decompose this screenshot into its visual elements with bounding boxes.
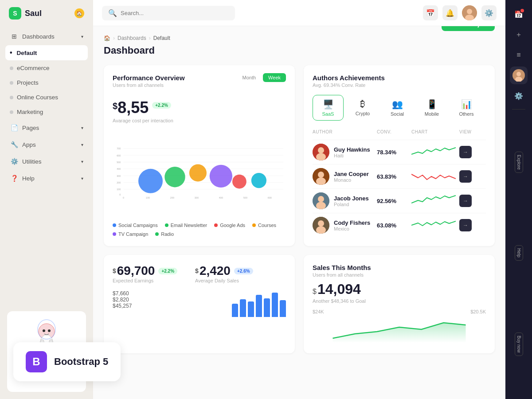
svg-point-39 — [318, 147, 324, 153]
mobile-icon: 📱 — [426, 99, 438, 110]
sidebar-item-help[interactable]: ❓ Help ▾ — [5, 170, 88, 186]
author-tab-saas[interactable]: 🖥️ SaaS — [313, 95, 344, 121]
earnings-badge: +2.2% — [158, 268, 177, 274]
sidebar-item-dashboards[interactable]: ⊞ Dashboards ▾ — [5, 28, 88, 44]
bootstrap-overlay: B Bootstrap 5 — [13, 342, 121, 381]
search-box[interactable]: 🔍 — [102, 6, 235, 20]
author-tab-social[interactable]: 👥 Social — [382, 95, 413, 121]
avatar-jane — [313, 168, 329, 185]
avatar-jacob — [313, 192, 329, 209]
sidebar-item-utilities[interactable]: ⚙️ Utilities ▾ — [5, 153, 88, 169]
app-name: Saul — [25, 9, 42, 18]
bottom-cards: $ 69,700 +2.2% Expected Earnings $ 2,420… — [104, 255, 495, 353]
sidebar-item-ecommerce[interactable]: eCommerce — [5, 61, 88, 75]
breadcrumb: 🏠 › Dashboards › Default — [104, 35, 170, 41]
author-tab-crypto[interactable]: ₿ Crypto — [347, 95, 378, 121]
performance-subtitle: Users from all channels — [113, 82, 185, 88]
apps-icon: 🔧 — [10, 140, 19, 149]
sidebar-logo: S Saul 🏠 — [0, 0, 93, 27]
social-icon: 👥 — [392, 99, 403, 110]
svg-text:0: 0 — [123, 196, 124, 199]
sidebar-nav: ⊞ Dashboards ▾ Default eCommerce Project… — [0, 27, 93, 189]
pages-label: Pages — [22, 125, 39, 131]
table-header: AUTHOR CONV. CHART VIEW — [313, 128, 486, 136]
view-btn-cody[interactable]: → — [459, 219, 472, 231]
utilities-icon: ⚙️ — [10, 157, 19, 166]
author-tab-mobile[interactable]: 📱 Mobile — [416, 95, 447, 121]
performance-badge: +2.2% — [152, 102, 171, 109]
sidebar-item-apps[interactable]: 🔧 Apps ▾ — [5, 137, 88, 153]
ecommerce-dot — [10, 66, 13, 70]
tab-week[interactable]: Week — [263, 73, 286, 82]
projects-label: Projects — [17, 79, 39, 86]
authors-title: Authors Achievements — [313, 74, 486, 82]
sidebar-item-projects[interactable]: Projects — [5, 76, 88, 90]
dashboards-icon: ⊞ — [10, 32, 19, 41]
author-tab-others[interactable]: 📊 Others — [451, 95, 482, 121]
utilities-chevron: ▾ — [81, 159, 83, 164]
topbar-settings-icon[interactable]: ⚙️ — [481, 5, 497, 20]
legend-courses: Courses — [252, 223, 276, 228]
authors-card: Authors Achievements Avg. 69.34% Conv. R… — [304, 65, 495, 246]
svg-point-3 — [48, 329, 51, 332]
legend-email: Email Newsletter — [165, 223, 207, 228]
saas-icon: 🖥️ — [323, 99, 334, 110]
performance-title: Performance Overview — [113, 74, 185, 82]
dashboards-label: Dashboards — [22, 33, 55, 40]
sales-value: 14,094 — [317, 281, 361, 297]
topbar-notification-icon[interactable]: 🔔 — [442, 5, 458, 20]
svg-point-8 — [467, 9, 472, 14]
view-btn-jane[interactable]: → — [459, 170, 472, 183]
svg-point-2 — [43, 329, 45, 332]
view-btn-guy[interactable]: → — [459, 146, 472, 158]
rp-buy-btn[interactable]: Buy now — [515, 332, 523, 356]
author-loc-jacob: Poland — [334, 202, 369, 207]
sidebar-item-pages[interactable]: 📄 Pages ▾ — [5, 120, 88, 136]
earnings-card: $ 69,700 +2.2% Expected Earnings $ 2,420… — [104, 255, 295, 353]
rp-settings-icon[interactable]: ⚙️ — [510, 87, 528, 105]
dashboards-chevron: ▾ — [81, 34, 83, 39]
svg-text:100: 100 — [146, 196, 150, 199]
col-author: AUTHOR — [313, 129, 373, 134]
sidebar-item-marketing[interactable]: Marketing — [5, 105, 88, 119]
rp-explore-btn[interactable]: Explore — [515, 152, 523, 173]
conv-cody: 63.08% — [377, 222, 408, 229]
marketing-label: Marketing — [17, 109, 43, 115]
topbar-calendar-icon[interactable]: 📅 — [423, 5, 438, 20]
bootstrap-text: Bootstrap 5 — [54, 356, 108, 368]
tab-month[interactable]: Month — [237, 73, 262, 82]
conv-jacob: 92.56% — [377, 198, 408, 204]
svg-text:100: 100 — [117, 188, 121, 191]
rp-add-icon[interactable]: ＋ — [510, 26, 528, 43]
authors-tabs: 🖥️ SaaS ₿ Crypto 👥 Social 📱 Mobile — [313, 95, 486, 121]
table-row: Guy Hawkins Haiti 78.34% → — [313, 140, 486, 164]
svg-point-48 — [318, 220, 324, 227]
rp-calendar-icon[interactable]: 📅 — [510, 5, 528, 23]
y-label-2: $20.5K — [470, 309, 486, 314]
rp-menu-icon[interactable]: ≡ — [510, 46, 528, 64]
main-content: 🔍 📅 🔔 ⚙️ 🏠 › Dashboards — [93, 0, 505, 399]
daily-sales-value: 2,420 — [200, 264, 231, 278]
ecommerce-label: eCommerce — [17, 65, 50, 71]
authors-table: AUTHOR CONV. CHART VIEW — [313, 128, 486, 237]
chart-legend: Social Campaigns Email Newsletter Google… — [113, 223, 286, 237]
earnings-label: Expected Earnings — [113, 278, 177, 283]
search-input[interactable] — [121, 10, 229, 16]
mini-chart-cody — [411, 219, 456, 232]
sales-title: Sales This Months — [313, 264, 486, 271]
table-row: Jane Cooper Monaco 63.83% → — [313, 164, 486, 188]
create-project-button[interactable]: Create Project — [442, 26, 495, 31]
author-loc-guy: Haiti — [334, 153, 370, 158]
rp-avatar-icon[interactable] — [510, 66, 528, 84]
view-btn-jacob[interactable]: → — [459, 195, 472, 207]
breadcrumb-parent[interactable]: Dashboards — [117, 35, 146, 41]
apps-label: Apps — [22, 141, 36, 148]
sidebar-item-online-courses[interactable]: Online Courses — [5, 90, 88, 104]
sales-subtitle: Users from all channels — [313, 272, 486, 278]
svg-text:400: 400 — [219, 196, 223, 199]
topbar-avatar[interactable] — [462, 5, 477, 20]
svg-text:700: 700 — [117, 147, 121, 150]
sidebar-item-default[interactable]: Default — [5, 45, 88, 60]
rp-help-btn[interactable]: Help — [515, 245, 523, 261]
sales-card: Sales This Months Users from all channel… — [304, 255, 495, 353]
